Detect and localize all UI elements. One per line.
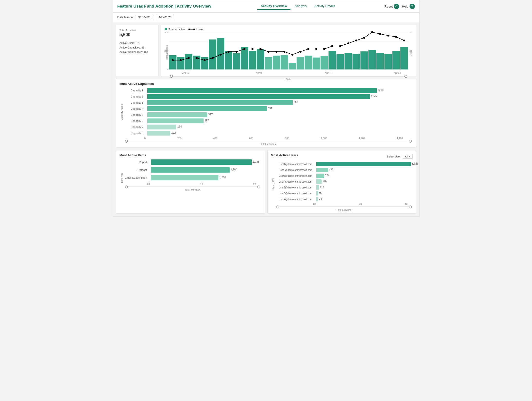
date-range-label: Date Range: [117, 16, 134, 19]
svg-point-62 [347, 42, 349, 44]
legend-total-label: Total activities [168, 28, 185, 31]
svg-point-55 [291, 54, 293, 56]
svg-point-47 [227, 51, 230, 53]
chevron-down-icon: ▾ [409, 155, 411, 158]
svg-point-48 [235, 51, 238, 53]
users-chart-area: User (UPN) User1@demo.onmicrosoft.com 3,… [271, 162, 413, 211]
items-x-axis: 0K 1K 2K [124, 183, 261, 186]
svg-rect-24 [280, 55, 288, 69]
select-user-group: Select User: All ▾ [387, 154, 412, 159]
slider-thumb-left[interactable] [170, 75, 173, 78]
user-bar-label: User2@demo.onmicrosoft.com [275, 169, 312, 171]
svg-point-61 [339, 45, 341, 47]
cap-bar-value: 154 [177, 125, 182, 128]
cap-bar-value: 317 [208, 113, 213, 116]
select-user-dropdown[interactable]: All ▾ [403, 154, 412, 159]
svg-point-60 [331, 45, 333, 47]
user-bar-label: User4@demo.onmicrosoft.com [275, 180, 312, 183]
nav-tabs: Activity Overview Analysis Activity Deta… [257, 3, 338, 10]
cap-bar-label: Capacity 6 [124, 119, 143, 122]
svg-point-69 [403, 39, 405, 41]
cap-x-200: 200 [177, 137, 182, 140]
header-actions: Reset ↺ Help ? [384, 4, 415, 9]
svg-point-44 [203, 59, 205, 61]
help-icon: ? [410, 4, 415, 9]
help-button[interactable]: Help ? [402, 4, 415, 9]
item-bar-label: Report [124, 161, 147, 164]
svg-point-42 [187, 57, 190, 59]
cap-bar-fill [147, 112, 207, 117]
stat-details: Active Users: 52 Active Capacities: 43 A… [120, 41, 155, 54]
tab-analysis[interactable]: Analysis [291, 3, 310, 10]
item-bar-fill [151, 175, 218, 180]
date-start-button[interactable]: 3/31/2023 [136, 15, 154, 20]
svg-point-41 [179, 59, 182, 61]
svg-point-46 [219, 54, 222, 56]
svg-rect-29 [320, 56, 328, 69]
svg-rect-27 [305, 56, 312, 69]
items-x-0k: 0K [147, 183, 150, 186]
legend-users-label: Users [196, 28, 204, 31]
svg-rect-31 [336, 54, 344, 69]
svg-point-43 [196, 57, 198, 59]
svg-text:0: 0 [167, 68, 168, 71]
capacities-x-axis: 0 200 400 600 800 1,000 1,200 1,400 [124, 137, 413, 140]
top-section: Total Activities 5,600 Active Users: 52 … [116, 25, 416, 76]
users-title: Most Active Users [271, 153, 298, 157]
active-capacities-value: 43 [141, 46, 144, 49]
user-bar-value: 90 [319, 191, 322, 194]
reset-icon: ↺ [394, 4, 399, 9]
capacities-bars: Capacity 1 1210 Capacity 2 1175 Capacity… [124, 88, 413, 146]
user-bar-row: User3@demo.onmicrosoft.com 324 [275, 174, 413, 178]
user-bar-fill [316, 162, 411, 166]
svg-rect-37 [384, 54, 392, 69]
cap-slider-right[interactable] [409, 140, 412, 143]
users-slider [275, 205, 413, 208]
items-slider-right[interactable] [257, 186, 260, 188]
x-axis-date-label: Date [169, 78, 408, 81]
activity-svg: 400 200 0 20 10 [169, 32, 408, 70]
svg-point-57 [307, 48, 309, 50]
user-bar-row: User7@demo.onmicrosoft.com 76 [275, 197, 413, 201]
svg-rect-23 [272, 56, 280, 69]
x-label-apr23: Apr 23 [394, 72, 401, 74]
users-slider-left[interactable] [276, 205, 279, 208]
item-bar-label: Email Subscription [124, 176, 147, 179]
tab-activity-details[interactable]: Activity Details [311, 3, 338, 10]
svg-point-56 [299, 51, 301, 53]
users-header: Most Active Users Select User: All ▾ [271, 153, 413, 159]
activity-chart-slider [169, 75, 408, 78]
svg-point-40 [171, 59, 174, 61]
user-bar-label: User3@demo.onmicrosoft.com [275, 175, 312, 177]
user-bar-row: User1@demo.onmicrosoft.com 3,923 [275, 162, 413, 166]
cap-bar-fill [147, 94, 370, 99]
svg-rect-14 [201, 57, 208, 69]
items-slider-left[interactable] [125, 186, 128, 188]
tab-activity-overview[interactable]: Activity Overview [257, 3, 290, 10]
slider-thumb-right[interactable] [404, 75, 407, 78]
items-x-2k: 2K [253, 183, 256, 186]
cap-bar-label: Capacity 7 [124, 126, 143, 128]
cap-bar-label: Capacity 4 [124, 107, 143, 110]
items-slider-track [125, 186, 260, 187]
reset-label: Reset [384, 5, 393, 8]
item-bar-value: 1,784 [231, 168, 237, 171]
capacities-y-axis-label: Capacity name [120, 88, 124, 137]
select-user-value: All [405, 155, 408, 158]
active-workspaces-label: Active Workspaces: [120, 50, 143, 53]
user-bar-row: User5@demo.onmicrosoft.com 114 [275, 185, 413, 190]
cap-x-400: 400 [213, 137, 217, 140]
users-x-2k: 2K [359, 203, 362, 205]
cap-slider-left[interactable] [125, 140, 128, 143]
x-label-apr02: Apr 02 [182, 72, 189, 74]
svg-rect-34 [360, 51, 368, 69]
active-workspaces-value: 164 [144, 50, 148, 53]
users-slider-right[interactable] [409, 205, 412, 208]
chart-legend: Total activities Users [165, 28, 413, 31]
reset-button[interactable]: Reset ↺ [384, 4, 399, 9]
bottom-section: Most Active Items Item type Report 2,285… [116, 150, 416, 214]
item-bar-row: Dataset 1,784 [124, 167, 261, 173]
svg-rect-19 [241, 47, 248, 69]
date-end-button[interactable]: 4/29/2023 [156, 15, 174, 20]
users-x-0k: 0K [313, 203, 316, 205]
